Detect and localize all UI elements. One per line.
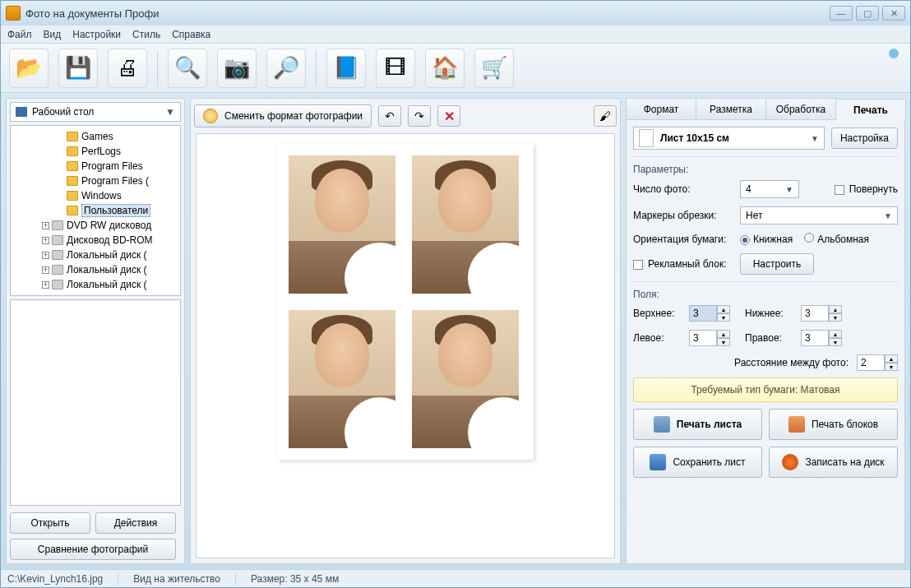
tab-format[interactable]: Формат bbox=[626, 98, 696, 119]
adblock-label: Рекламный блок: bbox=[648, 258, 726, 270]
paper-setup-button[interactable]: Настройка bbox=[831, 127, 898, 149]
save-sheet-button[interactable]: Сохранить лист bbox=[633, 447, 762, 478]
menu-help[interactable]: Справка bbox=[172, 29, 210, 40]
rotate-label: Повернуть bbox=[849, 183, 898, 195]
toolbar-zoom-icon[interactable]: 🔍 bbox=[168, 49, 207, 88]
toolbar-print-icon[interactable]: 🖨 bbox=[108, 49, 147, 88]
photo-count-label: Число фото: bbox=[633, 183, 740, 195]
margin-left-input[interactable]: ▲▼ bbox=[689, 330, 730, 346]
spacing-input[interactable]: ▲▼ bbox=[857, 354, 898, 371]
tree-item[interactable]: Program Files bbox=[11, 159, 180, 174]
drive-icon bbox=[52, 235, 63, 245]
toolbar-separator bbox=[157, 50, 158, 86]
delete-icon[interactable]: ✕ bbox=[437, 105, 460, 127]
disc-icon bbox=[782, 454, 798, 470]
toolbar-home-icon[interactable]: 🏠 bbox=[425, 49, 465, 88]
change-format-button[interactable]: Сменить формат фотографии bbox=[194, 104, 372, 127]
brush-icon[interactable]: 🖌 bbox=[594, 105, 617, 127]
photo-slot[interactable] bbox=[289, 310, 395, 448]
expand-icon[interactable]: + bbox=[42, 266, 49, 274]
tree-item[interactable]: +Локальный диск ( bbox=[11, 248, 180, 262]
tabs: Формат Разметка Обработка Печать bbox=[626, 98, 905, 119]
tab-layout[interactable]: Разметка bbox=[696, 98, 766, 119]
expand-icon[interactable]: + bbox=[42, 252, 49, 259]
photo-slot[interactable] bbox=[412, 155, 519, 294]
margin-bottom-input[interactable]: ▲▼ bbox=[801, 305, 842, 322]
titlebar: Фото на документы Профи — ▢ ✕ bbox=[1, 1, 910, 25]
person-icon bbox=[203, 109, 218, 123]
location-combo[interactable]: Рабочий стол ▼ bbox=[10, 102, 181, 122]
expand-icon[interactable]: + bbox=[42, 281, 49, 289]
actions-button[interactable]: Действия bbox=[95, 512, 176, 534]
margin-right-input[interactable]: ▲▼ bbox=[801, 330, 842, 346]
folder-icon bbox=[67, 132, 78, 141]
rotate-checkbox[interactable] bbox=[835, 185, 844, 195]
print-sheet-button[interactable]: Печать листа bbox=[633, 409, 762, 440]
toolbar-camera-icon[interactable]: 📷 bbox=[217, 49, 257, 88]
tree-item[interactable]: +Дисковод BD-ROM bbox=[11, 233, 180, 248]
left-panel: Рабочий стол ▼ GamesPerfLogsProgram File… bbox=[6, 98, 185, 564]
app-window: Фото на документы Профи — ▢ ✕ Файл Вид Н… bbox=[0, 0, 911, 588]
thumbnail-preview bbox=[10, 299, 181, 506]
tree-item[interactable]: +Локальный диск ( bbox=[11, 277, 180, 292]
paper-requirement: Требуемый тип бумаги: Матовая bbox=[633, 377, 898, 402]
toolbar-open-icon[interactable]: 📂 bbox=[9, 49, 49, 88]
orientation-portrait-radio[interactable] bbox=[740, 235, 750, 245]
expand-icon[interactable]: + bbox=[42, 222, 49, 229]
app-icon bbox=[6, 6, 21, 21]
toolbar-video-icon[interactable]: 🎞 bbox=[376, 49, 415, 88]
rotate-right-icon[interactable]: ↷ bbox=[408, 105, 431, 127]
tab-print[interactable]: Печать bbox=[835, 99, 906, 120]
toolbar-inspect-icon[interactable]: 🔎 bbox=[266, 49, 306, 88]
margin-top-input[interactable]: ▲▼ bbox=[689, 305, 730, 322]
minimize-button[interactable]: — bbox=[830, 6, 853, 21]
photo-count-select[interactable]: 4▼ bbox=[740, 180, 799, 198]
rotate-left-icon[interactable]: ↶ bbox=[378, 105, 401, 127]
maximize-button[interactable]: ▢ bbox=[856, 6, 879, 21]
menu-settings[interactable]: Настройки bbox=[72, 29, 121, 40]
menu-style[interactable]: Стиль bbox=[132, 29, 160, 40]
tab-processing[interactable]: Обработка bbox=[765, 98, 836, 119]
tree-hscrollbar[interactable]: ◄ ► bbox=[11, 295, 180, 296]
orientation-landscape-radio[interactable] bbox=[804, 233, 814, 243]
tree-item[interactable]: +Локальный диск ( bbox=[11, 262, 180, 277]
center-panel: Сменить формат фотографии ↶ ↷ ✕ 🖌 bbox=[190, 98, 621, 564]
status-mode: Вид на жительство bbox=[133, 573, 236, 585]
crop-markers-select[interactable]: Нет▼ bbox=[740, 206, 898, 225]
tree-item[interactable]: +DVD RW дисковод bbox=[11, 218, 180, 233]
compare-button[interactable]: Сравнение фотографий bbox=[10, 539, 176, 560]
folder-icon bbox=[67, 206, 78, 215]
menu-file[interactable]: Файл bbox=[7, 29, 32, 40]
adblock-checkbox[interactable] bbox=[633, 260, 643, 270]
adblock-configure-button[interactable]: Настроить bbox=[740, 253, 814, 275]
tree-item[interactable]: Пользователи bbox=[11, 203, 180, 218]
toolbar-save-icon[interactable]: 💾 bbox=[58, 49, 98, 88]
photo-slot[interactable] bbox=[412, 310, 519, 448]
paper-size-select[interactable]: Лист 10х15 см ▼ bbox=[633, 127, 825, 150]
menu-view[interactable]: Вид bbox=[44, 29, 62, 40]
tree-item[interactable]: Windows bbox=[11, 188, 180, 203]
tree-item-label: Дисковод BD-ROM bbox=[67, 234, 153, 246]
margin-left-label: Левое: bbox=[633, 332, 682, 344]
toolbar-cart-icon[interactable]: 🛒 bbox=[474, 49, 514, 88]
folder-tree[interactable]: GamesPerfLogsProgram FilesProgram Files … bbox=[10, 125, 181, 296]
chevron-down-icon: ▼ bbox=[811, 134, 819, 143]
tree-item-label: PerfLogs bbox=[81, 146, 121, 157]
margin-right-label: Правое: bbox=[745, 332, 794, 344]
drive-icon bbox=[52, 250, 63, 260]
save-icon bbox=[650, 454, 666, 470]
tree-item[interactable]: Program Files ( bbox=[11, 174, 180, 188]
print-sheet bbox=[277, 144, 534, 460]
desktop-icon bbox=[16, 107, 27, 117]
close-button[interactable]: ✕ bbox=[882, 6, 905, 21]
tree-item[interactable]: PerfLogs bbox=[11, 144, 180, 159]
tree-item[interactable]: Games bbox=[11, 129, 180, 144]
toolbar-help-icon[interactable]: 📘 bbox=[326, 49, 366, 88]
print-blocks-button[interactable]: Печать блоков bbox=[769, 409, 898, 440]
open-button[interactable]: Открыть bbox=[10, 512, 90, 534]
help-dot-icon[interactable] bbox=[889, 49, 899, 58]
burn-disc-button[interactable]: Записать на диск bbox=[769, 447, 898, 478]
expand-icon[interactable]: + bbox=[42, 237, 49, 244]
folder-icon bbox=[67, 161, 78, 171]
photo-slot[interactable] bbox=[289, 155, 395, 294]
